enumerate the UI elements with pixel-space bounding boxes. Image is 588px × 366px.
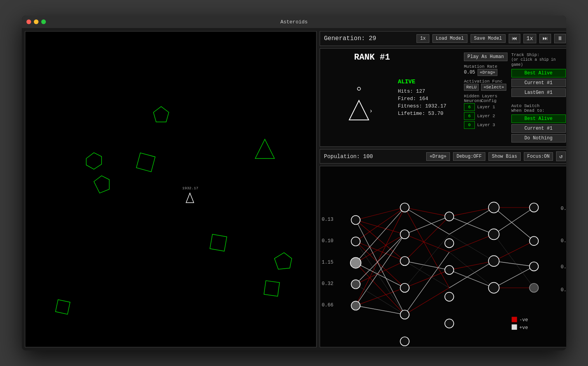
svg-rect-97 [512, 324, 517, 330]
svg-marker-5 [186, 193, 194, 203]
layer2-neurons[interactable]: 6 [464, 112, 475, 120]
svg-line-63 [494, 266, 534, 288]
auto-best-alive-button[interactable]: Best Alive [511, 114, 566, 123]
refresh-button[interactable]: ↺ [556, 151, 565, 161]
svg-point-73 [350, 257, 361, 268]
svg-line-57 [449, 208, 494, 234]
minimize-button[interactable] [34, 19, 38, 24]
svg-point-85 [445, 292, 454, 301]
top-bar: Generation: 29 1x Load Model Save Model … [320, 31, 566, 46]
svg-line-33 [405, 208, 450, 216]
debug-button[interactable]: Debug:OFF [453, 152, 485, 161]
layer1-neurons[interactable]: 6 [464, 103, 475, 111]
traffic-lights [26, 19, 46, 24]
svg-point-11 [357, 87, 360, 90]
svg-text:0.00: 0.00 [561, 238, 566, 244]
svg-text:1932.17: 1932.17 [182, 186, 198, 190]
pause-button[interactable]: ⏸ [554, 34, 566, 43]
stats-section: ALIVE Hits: 127 Fired: 164 Fitness: 1932… [398, 53, 460, 143]
svg-text:-ve: -ve [519, 317, 528, 323]
svg-marker-3 [94, 176, 109, 193]
svg-text:0.08: 0.08 [561, 206, 566, 211]
mutation-drag-button[interactable]: «Drag» [478, 69, 498, 76]
rewind-button[interactable]: ⏮ [509, 34, 520, 43]
track-auto-section: Track Ship: (or click a ship in game) Be… [511, 53, 566, 143]
svg-line-55 [405, 252, 450, 315]
population-bar: Population: 100 «Drag» Debug:OFF Show Bi… [320, 149, 566, 164]
svg-point-71 [351, 216, 360, 225]
svg-text:+ve: +ve [519, 325, 528, 331]
right-panel: Generation: 29 1x Load Model Save Model … [320, 31, 566, 347]
svg-line-59 [449, 261, 494, 288]
speed-1x-label[interactable]: 1x [416, 34, 429, 43]
speed-button[interactable]: 1x [523, 34, 536, 43]
rank-label: RANK #1 [354, 53, 390, 62]
svg-marker-12 [349, 100, 369, 120]
svg-marker-0 [154, 107, 169, 122]
svg-point-88 [488, 229, 499, 239]
pop-drag-button[interactable]: «Drag» [426, 152, 450, 161]
generation-label: Generation: 29 [324, 35, 413, 42]
svg-point-75 [351, 301, 360, 310]
svg-line-37 [449, 208, 494, 216]
play-as-human-button[interactable]: Play As Human [464, 53, 508, 61]
auto-current1-button[interactable]: Current #1 [511, 124, 566, 133]
load-model-button[interactable]: Load Model [432, 34, 467, 43]
svg-line-69 [449, 252, 494, 288]
config-label: Config [481, 99, 497, 103]
auto-do-nothing-button[interactable]: Do Nothing [511, 134, 566, 143]
svg-point-79 [400, 283, 409, 292]
when-dead-label: When Dead to: [511, 108, 566, 113]
svg-line-26 [356, 208, 405, 241]
layer3-neurons[interactable]: 0 [464, 121, 475, 129]
close-button[interactable] [26, 19, 31, 24]
svg-rect-2 [136, 153, 155, 172]
layer1-label: Layer 1 [477, 105, 495, 109]
svg-line-41 [494, 241, 534, 261]
svg-point-93 [530, 262, 539, 271]
layer3-label: Layer 3 [477, 123, 495, 127]
svg-line-34 [405, 234, 450, 252]
svg-point-87 [488, 202, 499, 213]
best-alive-track-button[interactable]: Best Alive [511, 69, 566, 77]
svg-line-36 [405, 288, 450, 315]
svg-marker-4 [255, 139, 274, 158]
svg-point-92 [530, 236, 539, 245]
layer2-row: 6 Layer 2 [464, 112, 508, 120]
show-bias-button[interactable]: Show Bias [488, 152, 521, 161]
activation-func-label: Activation Func [464, 79, 508, 84]
track-ship-sub: (or click a ship in game) [511, 57, 566, 67]
svg-point-90 [488, 282, 499, 293]
activation-select-button[interactable]: «Select» [481, 84, 506, 91]
svg-text:0.13: 0.13 [322, 217, 333, 222]
svg-text:0.00: 0.00 [561, 264, 566, 270]
auto-switch-section: Auto Switch When Dead to: Best Alive Cur… [511, 104, 566, 143]
game-panel[interactable]: 1932.17 [25, 31, 317, 347]
svg-point-78 [400, 257, 409, 266]
svg-line-54 [405, 261, 450, 270]
maximize-button[interactable] [41, 19, 46, 24]
main-content: 1932.17 Generation: 29 1x Load Model [22, 28, 566, 350]
svg-line-38 [449, 234, 494, 252]
activation-func-button[interactable]: ReLU [464, 84, 479, 91]
save-model-button[interactable]: Save Model [471, 34, 506, 43]
svg-point-83 [445, 239, 454, 248]
svg-point-74 [351, 280, 360, 289]
ship-svg: › [336, 81, 382, 128]
svg-marker-1 [86, 153, 102, 169]
current1-track-button[interactable]: Current #1 [511, 79, 566, 87]
lastgen1-track-button[interactable]: LastGen #1 [511, 88, 566, 97]
svg-line-49 [356, 234, 405, 284]
svg-line-48 [356, 263, 405, 288]
population-label: Population: 100 [324, 153, 423, 160]
mutation-rate-value: 0.05 [464, 70, 475, 75]
svg-point-94 [530, 283, 539, 292]
track-ship-section: Track Ship: (or click a ship in game) Be… [511, 53, 566, 97]
svg-rect-7 [210, 234, 227, 251]
svg-rect-10 [56, 300, 70, 314]
svg-line-56 [449, 216, 494, 234]
svg-text:0.66: 0.66 [322, 303, 333, 308]
focus-button[interactable]: Focus:ON [524, 152, 553, 161]
fast-forward-button[interactable]: ⏭ [539, 34, 551, 43]
fitness-row: Fitness: 1932.17 [398, 103, 460, 109]
